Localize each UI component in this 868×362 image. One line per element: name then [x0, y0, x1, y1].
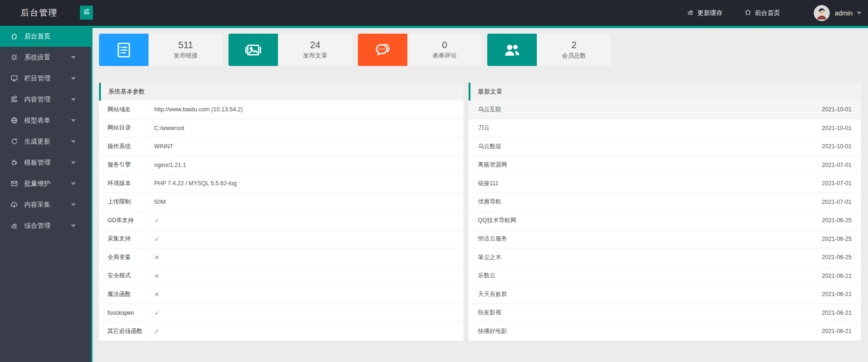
gear-icon [10, 53, 18, 61]
article-title-link[interactable]: 乐数云 [478, 272, 496, 280]
article-title-link[interactable]: 链接111 [478, 180, 498, 188]
chevron-down-icon [71, 224, 76, 227]
param-value: 50M [147, 193, 165, 211]
stat-label: 表单评论 [433, 51, 457, 60]
list-item[interactable]: QQ技术导航网2021-06-25 [469, 211, 861, 230]
stat-value: 511 [178, 40, 193, 50]
list-item[interactable]: 乐数云2021-06-21 [469, 267, 861, 286]
menu-collapse-button[interactable] [80, 6, 93, 20]
sidebar-item-内容采集[interactable]: 内容采集 [0, 194, 91, 215]
stat-card-text: 2会员总数 [537, 34, 611, 66]
sidebar-item-模型表单[interactable]: 模型表单 [0, 110, 91, 131]
avatar[interactable] [814, 5, 830, 21]
param-label: 操作系统 [99, 138, 147, 156]
front-home-button[interactable]: 前台首页 [744, 8, 780, 17]
chevron-down-icon [71, 161, 76, 164]
images-icon [228, 34, 278, 66]
article-title-link[interactable]: 乌云互联 [478, 106, 501, 114]
article-title-link[interactable]: 刀云 [478, 124, 490, 132]
article-title-link[interactable]: 段友影视 [478, 309, 501, 317]
param-value: ✓ [147, 230, 159, 248]
chevron-down-icon [71, 119, 76, 122]
sidebar-item-系统设置[interactable]: 系统设置 [0, 47, 91, 68]
article-date: 2021-10-01 [822, 143, 852, 150]
sidebar-item-栏目管理[interactable]: 栏目管理 [0, 68, 91, 89]
sidebar-item-综合管理[interactable]: 综合管理 [0, 215, 91, 236]
param-label: 全局变量 [99, 248, 147, 267]
monitor-icon [10, 74, 18, 82]
sidebar-item-后台首页[interactable]: 后台首页 [0, 26, 91, 47]
param-label: 环境版本 [99, 174, 147, 193]
sidebar-nav: 后台首页系统设置栏目管理内容管理模型表单生成更新模板管理批量维护内容采集综合管理 [0, 26, 92, 362]
stat-card-会员总数[interactable]: 2会员总数 [487, 34, 611, 66]
table-row: 网站域名http://www.baidu.com (10.13.54.2) [99, 101, 463, 119]
list-item[interactable]: 快播好电影2021-06-21 [469, 322, 861, 341]
list-item[interactable]: 天天有新群2021-06-21 [469, 285, 861, 304]
stat-card-表单评论[interactable]: 0表单评论 [358, 34, 482, 66]
stat-card-发布文章[interactable]: 24发布文章 [228, 34, 352, 66]
sidebar-item-内容管理[interactable]: 内容管理 [0, 89, 91, 110]
list-item[interactable]: 乌云数据2021-10-01 [469, 138, 861, 156]
param-value: ✓ [147, 211, 159, 230]
stat-card-text: 24发布文章 [278, 34, 352, 66]
grid-icon [10, 95, 18, 103]
article-title-link[interactable]: 乌云数据 [478, 143, 501, 151]
chevron-down-icon [71, 56, 76, 59]
param-value: nginx/1.21.1 [147, 156, 186, 174]
system-params-panel: 系统基本参数 网站域名http://www.baidu.com (10.13.5… [99, 83, 463, 341]
system-params-table: 网站域名http://www.baidu.com (10.13.54.2)网站目… [99, 101, 463, 341]
list-item[interactable]: 段友影视2021-06-21 [469, 304, 861, 323]
param-label: 服务引擎 [99, 156, 147, 174]
sidebar-item-批量维护[interactable]: 批量维护 [0, 173, 91, 194]
sidebar-item-生成更新[interactable]: 生成更新 [0, 131, 91, 152]
param-value: ✓ [147, 304, 159, 322]
refresh-cache-button[interactable]: 更新缓存 [687, 8, 723, 17]
list-item[interactable]: 刀云2021-10-01 [469, 119, 861, 138]
param-label: 网站域名 [99, 101, 147, 119]
table-row: 环境版本PHP 7.4.22 / MYSQL 5.5.62-log [99, 174, 463, 193]
article-title-link[interactable]: 离殇资源网 [478, 161, 507, 169]
front-home-label: 前台首页 [755, 9, 780, 17]
sidebar-item-label: 综合管理 [24, 222, 50, 230]
form-icon [99, 34, 149, 66]
list-item[interactable]: 优雅导航2021-07-01 [469, 193, 861, 212]
main-content: 511发布链接24发布文章0表单评论2会员总数 系统基本参数 网站域名http:… [92, 26, 868, 362]
stat-card-发布链接[interactable]: 511发布链接 [99, 34, 223, 66]
chevron-down-icon [71, 140, 76, 143]
list-item[interactable]: 乌云互联2021-10-01 [469, 101, 861, 119]
param-value: ✓ [147, 322, 159, 340]
article-date: 2021-07-01 [822, 162, 852, 168]
table-row: 服务引擎nginx/1.21.1 [99, 156, 463, 175]
param-value: ✕ [147, 248, 159, 267]
chevron-down-icon [71, 182, 76, 185]
article-title-link[interactable]: 快播好电影 [478, 327, 507, 335]
chevron-down-icon [71, 77, 76, 80]
refresh-cache-label: 更新缓存 [697, 9, 723, 17]
article-title-link[interactable]: 恒达云服务 [478, 235, 507, 243]
param-label: 采集支持 [99, 230, 147, 248]
sidebar-item-label: 内容管理 [24, 95, 50, 104]
list-item[interactable]: 落尘之木2021-06-25 [469, 248, 861, 267]
stat-card-text: 511发布链接 [149, 34, 223, 66]
header-right: 更新缓存 前台首页 admin [665, 0, 861, 26]
list-item[interactable]: 离殇资源网2021-07-01 [469, 156, 861, 175]
article-title-link[interactable]: 天天有新群 [478, 290, 507, 298]
latest-articles-title: 最新文章 [469, 83, 861, 101]
user-menu[interactable]: admin [814, 5, 861, 21]
chevron-down-icon [71, 98, 76, 101]
list-item[interactable]: 恒达云服务2021-06-25 [469, 230, 861, 249]
article-date: 2021-06-21 [822, 310, 852, 316]
chat-icon [358, 34, 407, 66]
article-date: 2021-06-21 [822, 328, 852, 334]
article-date: 2021-06-25 [822, 236, 852, 242]
article-date: 2021-06-21 [822, 273, 852, 279]
article-title-link[interactable]: 优雅导航 [478, 198, 501, 206]
stat-label: 发布链接 [174, 51, 198, 60]
article-title-link[interactable]: QQ技术导航网 [478, 217, 516, 224]
sidebar-item-模板管理[interactable]: 模板管理 [0, 152, 91, 173]
article-title-link[interactable]: 落尘之木 [478, 253, 501, 261]
list-item[interactable]: 链接1112021-07-01 [469, 174, 861, 193]
article-date: 2021-07-01 [822, 199, 852, 205]
sidebar-item-label: 生成更新 [24, 138, 50, 146]
article-date: 2021-06-25 [822, 254, 852, 261]
